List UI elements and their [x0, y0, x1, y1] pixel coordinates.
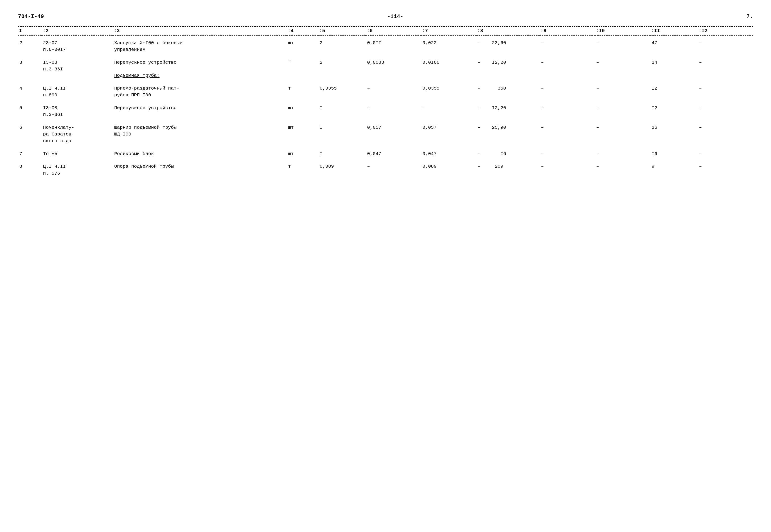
col-header-8: :8: [476, 27, 540, 35]
col-header-7: :7: [421, 27, 476, 35]
col-header-2: :2: [42, 27, 113, 35]
row-col7: 0,057: [421, 120, 476, 147]
row-col7: 0,089: [421, 159, 476, 179]
row-col11: I6: [650, 147, 698, 159]
row-col11: 26: [650, 120, 698, 147]
row-unit: ": [287, 55, 318, 81]
row-qty: 2: [318, 35, 366, 55]
row-col12: –: [698, 101, 753, 120]
column-header-row: I :2 :3 :4 :5 :6 :7 :8 :9 :I0 :II :I2: [18, 27, 753, 35]
row-col6: –: [366, 159, 421, 179]
row-col10: –: [595, 147, 650, 159]
row-subname: Подъемная труба:: [114, 72, 285, 79]
row-name-text: Перепускное устройство: [114, 59, 285, 66]
row-col7: 0,0355: [421, 81, 476, 101]
row-col12: –: [698, 35, 753, 55]
row-col8: – 25,90: [476, 120, 540, 147]
row-unit: т: [287, 159, 318, 179]
row-qty: 0,0355: [318, 81, 366, 101]
row-col10: –: [595, 81, 650, 101]
table-row: 6 Номенклату- ра Саратов- ского з-да Шар…: [18, 120, 753, 147]
center-header: -114-: [44, 14, 746, 20]
row-unit: шт: [287, 120, 318, 147]
table-row: 7 То же Роликовый блок шт I 0,047 0,047 …: [18, 147, 753, 159]
page-number: 7.: [746, 14, 753, 20]
row-col9: –: [540, 35, 595, 55]
col-header-5: :5: [318, 27, 366, 35]
row-code: 23-07 п.6-00I7: [42, 35, 113, 55]
row-name: Роликовый блок: [113, 147, 287, 159]
row-num: 5: [18, 101, 42, 120]
row-code: I3-03 п.3-36I: [42, 55, 113, 81]
row-col10: –: [595, 159, 650, 179]
col-header-11: :II: [650, 27, 698, 35]
row-col8: – I2,20: [476, 55, 540, 81]
row-col7: 0,047: [421, 147, 476, 159]
row-name: Опора подъемной трубы: [113, 159, 287, 179]
row-unit: шт: [287, 101, 318, 120]
row-col11: 47: [650, 35, 698, 55]
doc-number: 704-I-49: [18, 14, 44, 20]
row-unit: т: [287, 81, 318, 101]
row-name: Перепускное устройство Подъемная труба:: [113, 55, 287, 81]
row-num: 6: [18, 120, 42, 147]
row-qty: 2: [318, 55, 366, 81]
row-col9: –: [540, 81, 595, 101]
row-qty: I: [318, 147, 366, 159]
row-name: Приемо-раздаточный пат- рубок ПРП-I00: [113, 81, 287, 101]
row-col8: – I2,20: [476, 101, 540, 120]
row-code: I3-08 п.3-36I: [42, 101, 113, 120]
row-col9: –: [540, 55, 595, 81]
row-name: Перепускное устройство: [113, 101, 287, 120]
col-header-1: I: [18, 27, 42, 35]
row-col7: 0,0I66: [421, 55, 476, 81]
table-row: 3 I3-03 п.3-36I Перепускное устройство П…: [18, 55, 753, 81]
row-name: Хлопушка Х-I00 с боковым управлением: [113, 35, 287, 55]
row-col9: –: [540, 120, 595, 147]
row-col9: –: [540, 101, 595, 120]
row-col12: –: [698, 120, 753, 147]
row-col11: 9: [650, 159, 698, 179]
row-col6: 0,0083: [366, 55, 421, 81]
row-col6: 0,047: [366, 147, 421, 159]
table-row: 4 Ц.I ч.II п.890 Приемо-раздаточный пат-…: [18, 81, 753, 101]
row-col10: –: [595, 120, 650, 147]
col-header-4: :4: [287, 27, 318, 35]
row-col8: – 350: [476, 81, 540, 101]
row-unit: шт: [287, 35, 318, 55]
col-header-9: :9: [540, 27, 595, 35]
row-col9: –: [540, 159, 595, 179]
row-num: 4: [18, 81, 42, 101]
table-row: 5 I3-08 п.3-36I Перепускное устройство ш…: [18, 101, 753, 120]
row-col10: –: [595, 55, 650, 81]
row-col7: 0,022: [421, 35, 476, 55]
row-col6: –: [366, 81, 421, 101]
row-col6: 0,0II: [366, 35, 421, 55]
row-qty: I: [318, 101, 366, 120]
table-row: 8 Ц.I ч.II п. 576 Опора подъемной трубы …: [18, 159, 753, 179]
row-qty: I: [318, 120, 366, 147]
row-col7: –: [421, 101, 476, 120]
row-col11: I2: [650, 101, 698, 120]
row-col12: –: [698, 147, 753, 159]
row-col10: –: [595, 35, 650, 55]
page-header: 704-I-49 -114- 7.: [18, 14, 753, 20]
col-header-6: :6: [366, 27, 421, 35]
main-table: I :2 :3 :4 :5 :6 :7 :8 :9 :I0 :II :I2 2 …: [18, 27, 753, 179]
row-num: 8: [18, 159, 42, 179]
row-col12: –: [698, 55, 753, 81]
row-qty: 0,089: [318, 159, 366, 179]
row-col12: –: [698, 81, 753, 101]
row-num: 2: [18, 35, 42, 55]
row-col9: –: [540, 147, 595, 159]
table-row: 2 23-07 п.6-00I7 Хлопушка Х-I00 с боковы…: [18, 35, 753, 55]
row-unit: шт: [287, 147, 318, 159]
row-code: То же: [42, 147, 113, 159]
col-header-3: :3: [113, 27, 287, 35]
row-col6: 0,057: [366, 120, 421, 147]
row-code: Ц.I ч.II п.890: [42, 81, 113, 101]
row-code: Ц.I ч.II п. 576: [42, 159, 113, 179]
row-col11: 24: [650, 55, 698, 81]
row-col8: – 209: [476, 159, 540, 179]
row-col11: I2: [650, 81, 698, 101]
